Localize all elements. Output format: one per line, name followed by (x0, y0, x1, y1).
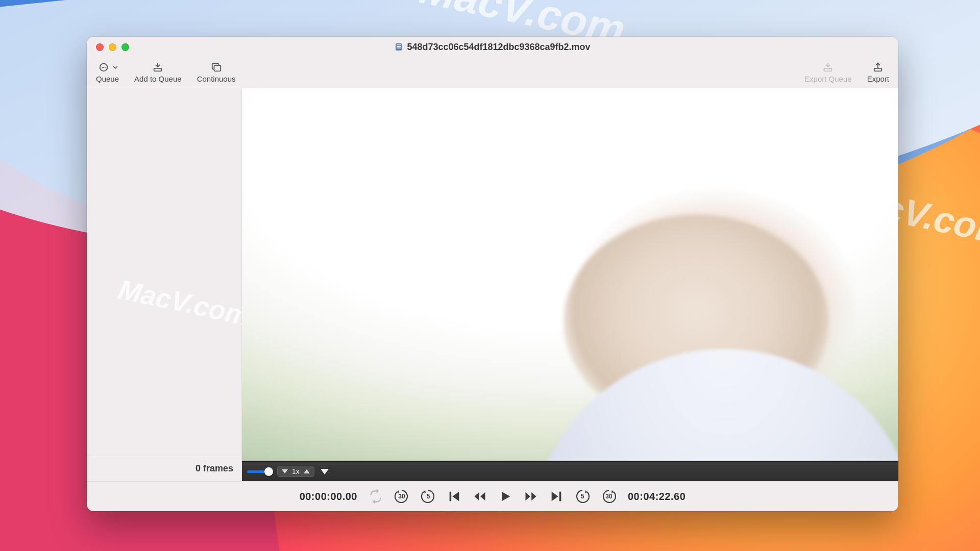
toolbar-label: Add to Queue (134, 74, 182, 83)
play-button[interactable] (498, 489, 512, 504)
video-preview[interactable] (242, 88, 898, 461)
loop-icon (369, 489, 383, 504)
rewind-icon (473, 489, 487, 504)
timeline-bar: 1x (242, 461, 898, 481)
toolbar-label: Export Queue (804, 74, 852, 83)
skip-amount: 30 (394, 489, 409, 504)
speed-decrease-icon[interactable] (282, 469, 288, 473)
toolbar-label: Queue (96, 74, 119, 83)
svg-rect-2 (397, 46, 401, 47)
total-time: 00:04:22.60 (628, 491, 685, 503)
frames-sidebar: MacV.com 0 frames (87, 88, 242, 481)
toolbar-label: Export (867, 74, 889, 83)
app-window: 548d73cc06c54df1812dbc9368ca9fb2.mov Que… (87, 37, 898, 511)
svg-point-6 (103, 67, 104, 68)
skip-back-30-button[interactable]: 30 (394, 489, 409, 504)
skip-amount: 5 (575, 489, 590, 504)
window-title: 548d73cc06c54df1812dbc9368ca9fb2.mov (407, 42, 590, 53)
skip-amount: 5 (421, 489, 436, 504)
svg-rect-14 (559, 492, 561, 502)
minimize-window-button[interactable] (109, 43, 116, 51)
video-area: 1x (242, 88, 898, 481)
fast-forward-button[interactable] (524, 489, 538, 504)
next-frame-icon (549, 489, 564, 504)
skip-back-5-button[interactable]: 5 (421, 489, 436, 504)
svg-rect-10 (214, 65, 220, 71)
export-queue-button: Export Queue (802, 61, 854, 84)
skip-forward-5-button[interactable]: 5 (575, 489, 590, 504)
loop-button[interactable] (369, 489, 383, 504)
previous-frame-button[interactable] (447, 489, 461, 504)
next-frame-button[interactable] (549, 489, 564, 504)
content-area: MacV.com 0 frames 1x (87, 88, 898, 481)
speed-selector[interactable]: 1x (277, 466, 314, 477)
rewind-button[interactable] (473, 489, 487, 504)
export-icon (871, 62, 885, 73)
zoom-slider[interactable] (247, 467, 273, 476)
zoom-thumb[interactable] (264, 467, 273, 476)
titlebar[interactable]: 548d73cc06c54df1812dbc9368ca9fb2.mov (87, 37, 898, 57)
svg-rect-11 (824, 68, 832, 71)
frames-count: 0 frames (87, 456, 241, 481)
previous-frame-icon (447, 489, 461, 504)
movie-doc-icon (395, 43, 403, 51)
queue-button[interactable]: Queue (94, 61, 121, 84)
close-window-button[interactable] (96, 43, 104, 51)
svg-rect-1 (397, 44, 401, 45)
skip-forward-30-button[interactable]: 30 (601, 489, 617, 504)
speed-value: 1x (292, 467, 300, 475)
skip-amount: 30 (601, 489, 617, 504)
play-icon (498, 489, 512, 504)
playhead-marker[interactable] (321, 469, 329, 474)
queue-icon (97, 62, 111, 73)
continuous-icon (210, 62, 223, 73)
svg-rect-8 (154, 68, 162, 71)
export-button[interactable]: Export (865, 61, 891, 84)
watermark: MacV.com (115, 273, 253, 332)
add-to-queue-icon (151, 62, 164, 73)
chevron-down-icon (113, 65, 118, 70)
toolbar-label: Continuous (197, 74, 236, 83)
add-to-queue-button[interactable]: Add to Queue (132, 61, 184, 84)
current-time: 00:00:00.00 (300, 491, 357, 503)
svg-point-7 (104, 67, 105, 68)
svg-rect-13 (450, 492, 452, 502)
svg-rect-12 (874, 68, 882, 71)
window-controls (87, 43, 129, 51)
svg-rect-3 (397, 47, 401, 48)
fast-forward-icon (524, 489, 538, 504)
toolbar: Queue Add to Queue Continuous Export Que… (87, 57, 898, 88)
frames-list[interactable]: MacV.com (87, 88, 241, 456)
continuous-button[interactable]: Continuous (195, 61, 238, 84)
zoom-window-button[interactable] (121, 43, 129, 51)
export-queue-icon (821, 62, 835, 73)
speed-increase-icon[interactable] (304, 469, 310, 473)
svg-rect-0 (396, 43, 402, 51)
playback-controls: 00:00:00.00 30 5 5 (87, 481, 898, 511)
svg-point-5 (102, 67, 103, 68)
